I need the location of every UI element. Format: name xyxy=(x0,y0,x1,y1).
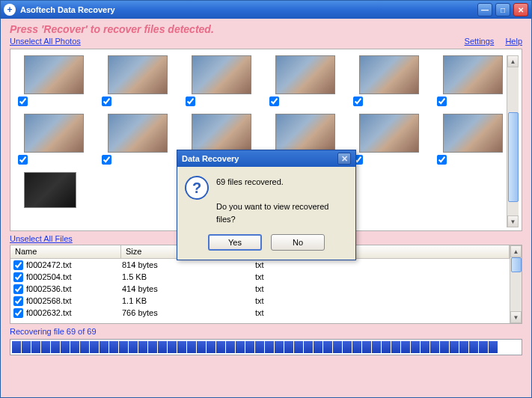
photo-checkbox[interactable] xyxy=(102,155,111,165)
progress-segment xyxy=(343,341,352,353)
no-button[interactable]: No xyxy=(271,234,325,251)
progress-segment xyxy=(41,341,50,353)
app-icon: + xyxy=(4,4,16,16)
file-row[interactable]: f0002536.txt414 bytestxt xyxy=(10,283,510,295)
progress-segment xyxy=(31,341,40,353)
file-ext: txt xyxy=(255,308,510,317)
progress-segment xyxy=(22,341,31,353)
progress-segment xyxy=(70,341,79,353)
file-checkbox[interactable] xyxy=(13,296,23,306)
scroll-thumb[interactable] xyxy=(511,257,522,272)
progress-segment xyxy=(207,341,215,353)
photo-checkbox[interactable] xyxy=(186,97,195,106)
progress-segment xyxy=(109,341,118,353)
photo-thumb[interactable] xyxy=(186,55,253,111)
progress-segment xyxy=(352,341,361,353)
close-button[interactable]: ✕ xyxy=(513,3,528,16)
photo-thumb[interactable] xyxy=(102,55,169,111)
progress-segment xyxy=(138,341,147,353)
photo-checkbox[interactable] xyxy=(437,155,447,165)
photo-thumb[interactable] xyxy=(102,114,169,169)
photo-checkbox[interactable] xyxy=(102,97,111,106)
progress-segment xyxy=(421,341,429,353)
progress-segment xyxy=(148,341,157,353)
yes-button[interactable]: Yes xyxy=(208,234,262,251)
progress-segment xyxy=(61,341,70,353)
file-row[interactable]: f0002472.txt814 bytestxt xyxy=(10,259,510,271)
progress-segment xyxy=(187,341,196,353)
file-name: f0002632.txt xyxy=(26,308,122,317)
progress-segment xyxy=(245,341,254,353)
scroll-down-icon[interactable]: ▼ xyxy=(510,311,522,323)
progress-segment xyxy=(440,341,449,353)
photo-thumb[interactable] xyxy=(18,55,85,111)
file-checkbox[interactable] xyxy=(13,308,23,318)
progress-segment xyxy=(12,341,21,353)
dialog-text: 69 files recovered. Do you want to view … xyxy=(216,176,348,225)
photo-checkbox[interactable] xyxy=(437,97,447,106)
progress-segment xyxy=(401,341,410,353)
photo-checkbox[interactable] xyxy=(18,155,28,165)
progress-segment xyxy=(158,341,167,353)
dialog-line2: Do you want to view recovered files? xyxy=(216,200,348,225)
titlebar: + Asoftech Data Recovery — □ ✕ xyxy=(1,1,531,19)
file-size: 1.1 KB xyxy=(122,296,255,305)
settings-link[interactable]: Settings xyxy=(465,37,495,46)
file-size: 766 bytes xyxy=(122,308,255,317)
progress-segment xyxy=(382,341,391,353)
progress-segment xyxy=(314,341,322,353)
progress-segment xyxy=(236,341,245,353)
progress-segment xyxy=(469,341,478,353)
file-row[interactable]: f0002568.txt1.1 KBtxt xyxy=(10,295,510,307)
file-row[interactable]: f0002632.txt766 bytestxt xyxy=(10,307,510,319)
file-scrollbar[interactable]: ▲ ▼ xyxy=(510,245,522,323)
scroll-up-icon[interactable]: ▲ xyxy=(510,245,522,257)
progress-segment xyxy=(129,341,138,353)
photo-thumb[interactable] xyxy=(353,114,421,169)
photo-checkbox[interactable] xyxy=(269,97,279,106)
scroll-up-icon[interactable]: ▲ xyxy=(507,55,519,67)
scroll-down-icon[interactable]: ▼ xyxy=(507,215,519,227)
progress-segment xyxy=(284,341,293,353)
photo-thumb[interactable] xyxy=(18,172,85,227)
col-name[interactable]: Name xyxy=(10,245,121,258)
progress-segment xyxy=(430,341,439,353)
scroll-thumb[interactable] xyxy=(508,112,519,202)
window-controls: — □ ✕ xyxy=(477,3,528,16)
file-checkbox[interactable] xyxy=(13,260,23,270)
photo-thumb[interactable] xyxy=(18,114,85,169)
progress-segment xyxy=(90,341,99,353)
photo-thumb[interactable] xyxy=(353,55,421,111)
file-checkbox[interactable] xyxy=(13,272,23,282)
photo-thumb[interactable] xyxy=(437,114,504,169)
photo-scrollbar[interactable]: ▲ ▼ xyxy=(507,55,519,227)
progress-segment xyxy=(80,341,89,353)
file-row[interactable]: f0002504.txt1.5 KBtxt xyxy=(10,271,510,283)
unselect-all-photos-link[interactable]: Unselect All Photos xyxy=(10,37,81,46)
recovery-dialog: Data Recovery ✕ ? 69 files recovered. Do… xyxy=(177,150,356,260)
progress-segment xyxy=(177,341,186,353)
file-ext: txt xyxy=(255,284,510,293)
progress-segment xyxy=(51,341,60,353)
photo-checkbox[interactable] xyxy=(353,97,363,106)
photo-checkbox[interactable] xyxy=(18,97,28,106)
minimize-button[interactable]: — xyxy=(477,3,492,16)
progress-segment xyxy=(304,341,313,353)
file-checkbox[interactable] xyxy=(13,284,23,294)
question-icon: ? xyxy=(185,176,209,200)
photo-thumb[interactable] xyxy=(437,55,504,111)
dialog-close-button[interactable]: ✕ xyxy=(337,153,351,165)
maximize-button[interactable]: □ xyxy=(495,3,510,16)
file-size: 814 bytes xyxy=(122,260,255,269)
photo-thumb[interactable] xyxy=(269,55,337,111)
unselect-all-files-link[interactable]: Unselect All Files xyxy=(10,234,73,243)
progress-segment xyxy=(459,341,468,353)
progress-segment xyxy=(197,341,206,353)
progress-segment xyxy=(450,341,459,353)
progress-segment xyxy=(255,341,264,353)
progress-segment xyxy=(411,341,420,353)
help-link[interactable]: Help xyxy=(505,37,522,46)
file-name: f0002472.txt xyxy=(26,260,122,269)
progress-segment xyxy=(489,341,498,353)
progress-segment xyxy=(100,341,108,353)
